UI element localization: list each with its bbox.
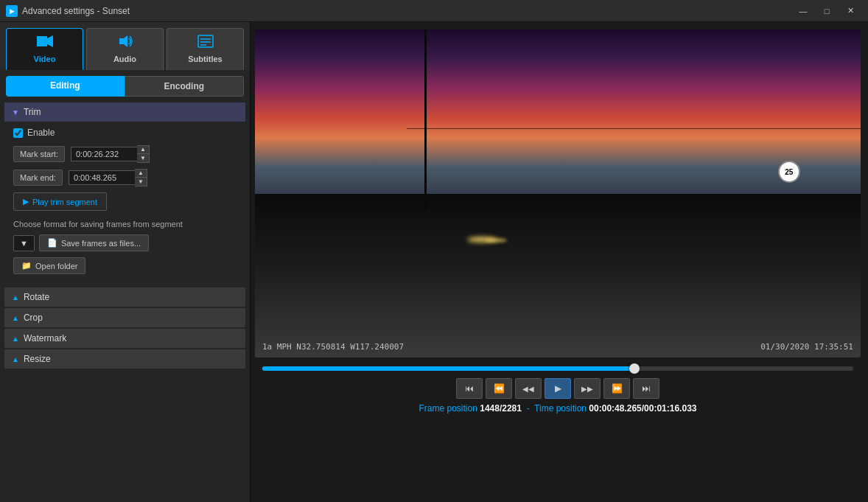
play-trim-icon: ▶ xyxy=(23,197,29,206)
maximize-button[interactable]: □ xyxy=(815,0,839,22)
svg-rect-0 xyxy=(37,36,47,46)
mark-end-row: Mark end: ▲ ▼ xyxy=(13,169,237,186)
road-layer xyxy=(255,194,861,358)
seek-bar-container xyxy=(255,363,861,374)
mark-end-input[interactable] xyxy=(69,170,135,185)
tab-video[interactable]: Video xyxy=(6,28,83,70)
video-icon xyxy=(37,35,53,52)
trim-enable-checkbox[interactable] xyxy=(13,128,23,138)
trim-content: Enable Mark start: ▲ ▼ Mark end: xyxy=(4,122,245,280)
watermark-arrow-icon: ▲ xyxy=(12,335,19,343)
resize-arrow-icon: ▲ xyxy=(12,355,19,363)
tab-audio-label: Audio xyxy=(113,55,136,63)
trim-label: Trim xyxy=(24,107,41,117)
watermark-header[interactable]: ▲ Watermark xyxy=(4,329,245,348)
save-icon: 📄 xyxy=(47,238,57,248)
edit-tabs: Editing Encoding xyxy=(6,76,244,97)
window-title: Advanced settings - Sunset xyxy=(22,6,130,16)
frame-value: 1448/2281 xyxy=(480,403,522,414)
mark-end-up[interactable]: ▲ xyxy=(135,170,147,178)
mark-start-spinners: ▲ ▼ xyxy=(137,145,150,163)
titlebar: ▶ Advanced settings - Sunset — □ ✕ xyxy=(0,0,868,22)
playback-area: ⏮ ⏪ ◀◀ ▶ ▶▶ ⏩ ⏭ Frame position 1448/2281… xyxy=(255,358,861,419)
mark-end-button[interactable]: Mark end: xyxy=(13,170,63,186)
rewind-fast-button[interactable]: ⏪ xyxy=(486,378,512,399)
media-tabs: Video Audio xyxy=(0,22,250,70)
time-position-label: Time position xyxy=(534,403,587,414)
trim-arrow-icon: ▼ xyxy=(12,108,19,116)
mark-end-spinners: ▲ ▼ xyxy=(135,169,147,186)
rotate-arrow-icon: ▲ xyxy=(12,293,19,301)
skip-last-button[interactable]: ⏭ xyxy=(633,378,659,399)
app-icon: ▶ xyxy=(6,5,18,17)
mark-end-input-wrap: ▲ ▼ xyxy=(69,169,147,186)
mark-start-down[interactable]: ▼ xyxy=(137,154,149,162)
collapsed-sections: ▲ Rotate ▲ Crop ▲ Watermark ▲ Resize xyxy=(0,286,250,370)
format-row: ▼ 📄 Save frames as files... xyxy=(13,234,237,251)
skip-first-button[interactable]: ⏮ xyxy=(456,378,483,399)
tab-audio[interactable]: Audio xyxy=(86,28,164,70)
close-button[interactable]: ✕ xyxy=(839,0,862,22)
tree-trunk xyxy=(424,29,427,210)
mark-start-input-wrap: ▲ ▼ xyxy=(71,145,150,163)
video-frame: 25 xyxy=(255,29,861,358)
crop-arrow-icon: ▲ xyxy=(12,314,19,322)
rotate-label: Rotate xyxy=(24,292,49,302)
datetime-overlay: 01/30/2020 17:35:51 xyxy=(760,342,853,352)
seek-bar-fill xyxy=(262,366,634,371)
position-info: Frame position 1448/2281 - Time position… xyxy=(255,403,861,416)
frame-position-label: Frame position xyxy=(419,403,477,414)
mark-start-row: Mark start: ▲ ▼ xyxy=(13,145,237,163)
dropdown-arrow-icon: ▼ xyxy=(20,239,28,248)
mark-start-input[interactable] xyxy=(71,147,137,161)
video-container: 25 1a MPH N32.750814 W117.240007 01/30/2… xyxy=(255,29,861,358)
play-trim-button[interactable]: ▶ Play trim segment xyxy=(13,192,107,211)
save-frames-label: Save frames as files... xyxy=(61,239,141,248)
right-panel: 25 1a MPH N32.750814 W117.240007 01/30/2… xyxy=(251,22,868,502)
folder-icon: 📁 xyxy=(21,261,32,271)
mark-end-down[interactable]: ▼ xyxy=(135,178,147,186)
audio-icon xyxy=(118,35,133,52)
resize-label: Resize xyxy=(24,354,51,364)
left-panel: Video Audio xyxy=(0,22,251,502)
resize-header[interactable]: ▲ Resize xyxy=(4,349,245,369)
titlebar-left: ▶ Advanced settings - Sunset xyxy=(6,5,130,17)
tab-subtitles[interactable]: Subtitles xyxy=(167,28,244,70)
tab-subtitles-label: Subtitles xyxy=(188,55,222,63)
svg-marker-2 xyxy=(119,35,127,47)
seek-bar[interactable] xyxy=(262,366,853,371)
trim-header[interactable]: ▼ Trim xyxy=(4,102,245,122)
step-back-button[interactable]: ◀◀ xyxy=(515,378,542,399)
open-folder-button[interactable]: 📁 Open folder xyxy=(13,257,85,274)
play-button[interactable]: ▶ xyxy=(545,378,571,399)
mark-start-button[interactable]: Mark start: xyxy=(13,146,65,162)
tab-encoding[interactable]: Encoding xyxy=(125,76,245,97)
rotate-header[interactable]: ▲ Rotate xyxy=(4,287,245,307)
seek-handle[interactable] xyxy=(629,363,640,374)
tab-video-label: Video xyxy=(34,55,56,63)
crop-label: Crop xyxy=(24,313,43,323)
trim-section: ▼ Trim Enable Mark start: ▲ ▼ xyxy=(4,102,245,280)
open-folder-label: Open folder xyxy=(35,262,77,271)
format-label: Choose format for saving frames from seg… xyxy=(13,220,237,229)
fast-forward-button[interactable]: ⏩ xyxy=(603,378,630,399)
tab-editing[interactable]: Editing xyxy=(6,76,125,97)
speed-sign: 25 xyxy=(778,161,800,183)
save-frames-button[interactable]: 📄 Save frames as files... xyxy=(39,234,149,251)
play-trim-label: Play trim segment xyxy=(32,198,97,206)
minimize-button[interactable]: — xyxy=(791,0,815,22)
video-overlay: 1a MPH N32.750814 W117.240007 01/30/2020… xyxy=(262,342,853,352)
gps-overlay: 1a MPH N32.750814 W117.240007 xyxy=(262,342,404,352)
format-dropdown[interactable]: ▼ xyxy=(13,235,35,251)
mark-start-up[interactable]: ▲ xyxy=(137,146,149,154)
playback-controls: ⏮ ⏪ ◀◀ ▶ ▶▶ ⏩ ⏭ xyxy=(255,378,861,399)
crop-header[interactable]: ▲ Crop xyxy=(4,308,245,327)
time-value: 00:00:48.265/00:01:16.033 xyxy=(589,403,696,414)
main-container: Video Audio xyxy=(0,22,868,502)
watermark-label: Watermark xyxy=(24,333,66,344)
svg-marker-1 xyxy=(47,35,53,47)
enable-row: Enable xyxy=(13,128,237,138)
step-fwd-button[interactable]: ▶▶ xyxy=(574,378,601,399)
powerline xyxy=(407,128,861,129)
window-controls: — □ ✕ xyxy=(791,0,862,22)
